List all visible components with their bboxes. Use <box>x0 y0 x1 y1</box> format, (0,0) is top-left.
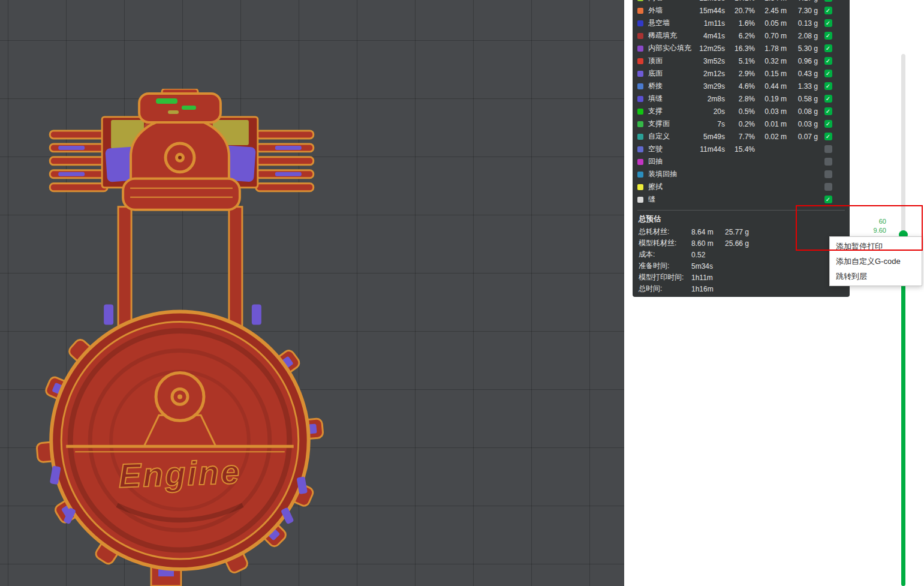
legend-row: 内部实心填充 12m25s 16.3% 1.78 m 5.30 g ✓ <box>633 42 850 55</box>
feature-color-swatch <box>637 146 643 152</box>
feature-weight: 2.08 g <box>787 32 818 40</box>
total-value: 1h11m <box>691 274 725 282</box>
feature-time: 1m11s <box>694 19 725 28</box>
viewport-3d[interactable]: Engine <box>0 0 624 586</box>
total-value-2: 25.77 g <box>725 228 850 236</box>
total-value: 1h16m <box>691 285 725 293</box>
feature-label: 内部实心填充 <box>647 43 694 53</box>
feature-visibility-checkbox[interactable]: ✓ <box>824 19 832 27</box>
feature-visibility-checkbox[interactable] <box>824 158 832 166</box>
menu-item-add-pause[interactable]: 添加暂停打印 <box>830 239 922 254</box>
feature-color-swatch <box>637 159 643 165</box>
legend-row: 桥接 3m29s 4.6% 0.44 m 1.33 g ✓ <box>633 80 850 92</box>
total-value: 8.64 m <box>691 228 725 236</box>
feature-length: 2.34 m <box>755 0 787 2</box>
feature-percent: 2.9% <box>725 70 755 78</box>
total-row: 总时间: 1h16m <box>633 283 850 294</box>
feature-label: 自定义 <box>647 131 694 142</box>
feature-percent: 20.7% <box>725 7 755 15</box>
feature-length: 0.15 m <box>755 70 787 78</box>
feature-label: 桥接 <box>647 81 694 91</box>
menu-item-add-custom-gcode[interactable]: 添加自定义G-code <box>830 254 922 269</box>
feature-percent: 0.2% <box>725 120 755 128</box>
feature-color-swatch <box>637 83 643 89</box>
feature-label: 内墙 <box>647 0 694 3</box>
feature-color-swatch <box>637 172 643 178</box>
total-value: 5m34s <box>691 262 725 271</box>
feature-percent: 15.4% <box>725 145 755 154</box>
feature-label: 擦拭 <box>647 182 694 192</box>
feature-percent: 16.3% <box>725 44 755 53</box>
feature-length: 2.45 m <box>755 7 787 15</box>
feature-length: 0.01 m <box>755 120 787 128</box>
legend-row: 顶面 3m52s 5.1% 0.32 m 0.96 g ✓ <box>633 55 850 67</box>
model-label-text: Engine <box>118 453 242 495</box>
feature-visibility-checkbox[interactable]: ✓ <box>824 133 832 140</box>
legend-row: 底面 2m12s 2.9% 0.15 m 0.43 g ✓ <box>633 67 850 80</box>
feature-visibility-checkbox[interactable]: ✓ <box>824 7 832 14</box>
feature-visibility-checkbox[interactable]: ✓ <box>824 95 832 103</box>
feature-percent: 4.6% <box>725 82 755 91</box>
total-row: 模型耗材丝: 8.60 m 25.66 g <box>633 238 850 249</box>
layer-slider-fill <box>901 235 905 586</box>
legend-row: 自定义 5m49s 7.7% 0.02 m 0.07 g ✓ <box>633 130 850 143</box>
total-row: 准备时间: 5m34s <box>633 260 850 272</box>
feature-weight: 7.17 g <box>787 0 818 2</box>
feature-visibility-checkbox[interactable] <box>824 183 832 191</box>
total-row: 成本: 0.52 <box>633 249 850 260</box>
feature-visibility-checkbox[interactable]: ✓ <box>824 120 832 128</box>
feature-visibility-checkbox[interactable] <box>824 170 832 178</box>
feature-label: 空驶 <box>647 144 694 154</box>
feature-color-swatch <box>637 96 643 102</box>
feature-time: 7s <box>694 120 725 128</box>
feature-label: 缝 <box>647 194 694 205</box>
feature-label: 底面 <box>647 68 694 79</box>
slider-context-menu: 添加暂停打印 添加自定义G-code 跳转到层 <box>829 236 922 286</box>
feature-visibility-checkbox[interactable]: ✓ <box>824 57 832 65</box>
feature-percent: 5.1% <box>725 57 755 65</box>
feature-length: 0.02 m <box>755 133 787 141</box>
total-row: 模型打印时间: 1h11m <box>633 272 850 283</box>
totals-title: 总预估 <box>633 211 850 226</box>
feature-percent: 7.7% <box>725 133 755 141</box>
feature-color-swatch <box>637 8 643 14</box>
feature-visibility-checkbox[interactable]: ✓ <box>824 0 832 2</box>
feature-visibility-checkbox[interactable] <box>824 145 832 153</box>
feature-label: 支撑面 <box>647 119 694 129</box>
feature-visibility-checkbox[interactable]: ✓ <box>824 44 832 52</box>
feature-visibility-checkbox[interactable]: ✓ <box>824 196 832 203</box>
menu-item-jump-to-layer[interactable]: 跳转到层 <box>830 269 922 284</box>
feature-visibility-checkbox[interactable]: ✓ <box>824 82 832 90</box>
feature-percent: 0.5% <box>725 107 755 116</box>
total-row: 总耗材丝: 8.64 m 25.77 g <box>633 226 850 238</box>
feature-time: 3m29s <box>694 82 725 91</box>
layer-slider-value: 60 9.60 <box>856 217 886 235</box>
feature-time: 15m44s <box>694 7 725 15</box>
legend-row: 支撑 20s 0.5% 0.03 m 0.08 g ✓ <box>633 105 850 118</box>
feature-weight: 0.58 g <box>787 95 818 103</box>
feature-color-swatch <box>637 33 643 39</box>
total-label: 成本: <box>639 250 691 260</box>
feature-visibility-checkbox[interactable]: ✓ <box>824 107 832 115</box>
feature-percent: 2.8% <box>725 95 755 103</box>
total-value: 0.52 <box>691 251 725 259</box>
feature-visibility-checkbox[interactable]: ✓ <box>824 70 832 77</box>
feature-weight: 0.13 g <box>787 19 818 28</box>
feature-time: 20s <box>694 107 725 116</box>
feature-length: 0.70 m <box>755 32 787 40</box>
feature-label: 填缝 <box>647 94 694 104</box>
feature-label: 悬空墙 <box>647 18 694 28</box>
crankcase: Engine <box>50 312 309 569</box>
legend-row: 回抽 <box>633 155 850 168</box>
legend-row: 填缝 2m8s 2.8% 0.19 m 0.58 g ✓ <box>633 92 850 105</box>
engine-head <box>50 89 313 210</box>
layer-slider-track[interactable] <box>901 54 905 586</box>
sliced-model-preview[interactable]: Engine <box>33 89 333 586</box>
feature-visibility-checkbox[interactable]: ✓ <box>824 32 832 40</box>
legend-row: 支撑面 7s 0.2% 0.01 m 0.03 g ✓ <box>633 118 850 130</box>
layer-height-value: 9.60 <box>856 226 886 235</box>
feature-length: 0.19 m <box>755 95 787 103</box>
feature-label: 顶面 <box>647 56 694 66</box>
feature-weight: 5.30 g <box>787 44 818 53</box>
feature-length: 0.05 m <box>755 19 787 28</box>
